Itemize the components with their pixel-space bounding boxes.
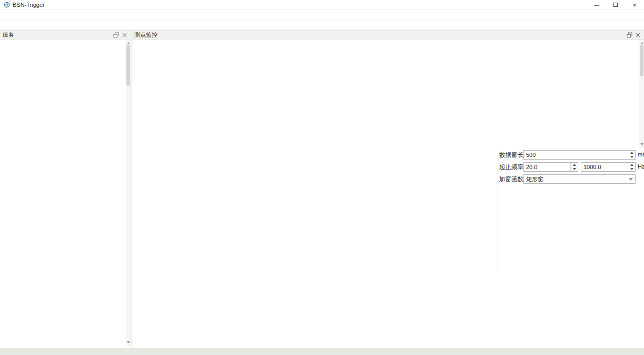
scroll-down-icon[interactable]: [127, 341, 130, 345]
services-tree: [0, 40, 126, 346]
monitor-panel-header: 测点监控: [132, 31, 644, 40]
table-scrollbar-thumb[interactable]: [640, 45, 643, 76]
window-length-input[interactable]: 500: [523, 150, 636, 160]
close-panel-button[interactable]: [635, 32, 641, 38]
freq-from-value: 20.0: [524, 164, 570, 170]
app-logo-icon: [4, 2, 10, 8]
window-fn-select[interactable]: 矩形窗: [523, 174, 636, 184]
spinner-arrows-icon[interactable]: [570, 163, 578, 171]
freq-range-label: 起止频率: [499, 163, 523, 171]
title-bar: BSN-Trigger — ×: [0, 0, 644, 9]
close-button[interactable]: ×: [625, 0, 644, 9]
float-panel-button[interactable]: [626, 32, 633, 38]
minimize-button[interactable]: —: [587, 0, 606, 9]
window-length-value: 500: [524, 152, 628, 158]
tree-scrollbar-thumb[interactable]: [126, 45, 130, 86]
services-panel: 服务: [0, 31, 131, 347]
chevron-down-icon: [627, 176, 635, 183]
freq-from-input[interactable]: 20.0: [523, 162, 578, 172]
float-panel-button[interactable]: [113, 32, 120, 38]
table-scrollbar[interactable]: [639, 40, 644, 148]
point-monitor-panel: 测点监控 数据窗长 500 ms 起止频率 20.0 1000.0 Hz 加窗函…: [132, 31, 644, 347]
toolbar: [0, 19, 644, 31]
menu-bar: [0, 9, 644, 19]
window-controls: — ×: [587, 0, 644, 9]
freq-to-value: 1000.0: [581, 164, 628, 170]
freq-unit: Hz: [638, 163, 644, 170]
window-length-label: 数据窗长: [499, 151, 523, 159]
freq-to-input[interactable]: 1000.0: [581, 162, 636, 172]
bottom-tab-bar: [132, 336, 134, 347]
scroll-down-icon[interactable]: [640, 143, 643, 147]
maximize-button[interactable]: [606, 0, 625, 9]
spinner-arrows-icon[interactable]: [628, 163, 635, 171]
chart-splitter[interactable]: [498, 147, 498, 272]
close-panel-button[interactable]: [121, 32, 128, 38]
window-fn-value: 矩形窗: [524, 175, 627, 183]
monitor-panel-title: 测点监控: [134, 31, 157, 39]
scroll-up-icon[interactable]: [127, 41, 130, 44]
maximize-icon: [613, 3, 618, 7]
window-length-unit: ms: [638, 151, 644, 157]
spectrum-chart: [132, 210, 498, 272]
tree-scrollbar[interactable]: [126, 40, 131, 346]
services-panel-title: 服务: [3, 31, 14, 39]
window-title: BSN-Trigger: [13, 2, 45, 8]
window-fn-label: 加窗函数: [499, 175, 523, 183]
waveform-chart: [132, 147, 498, 211]
scroll-up-icon[interactable]: [640, 41, 643, 44]
taskbar-strip: [0, 348, 644, 355]
services-panel-header: 服务: [0, 31, 131, 40]
spinner-arrows-icon[interactable]: [628, 151, 635, 159]
